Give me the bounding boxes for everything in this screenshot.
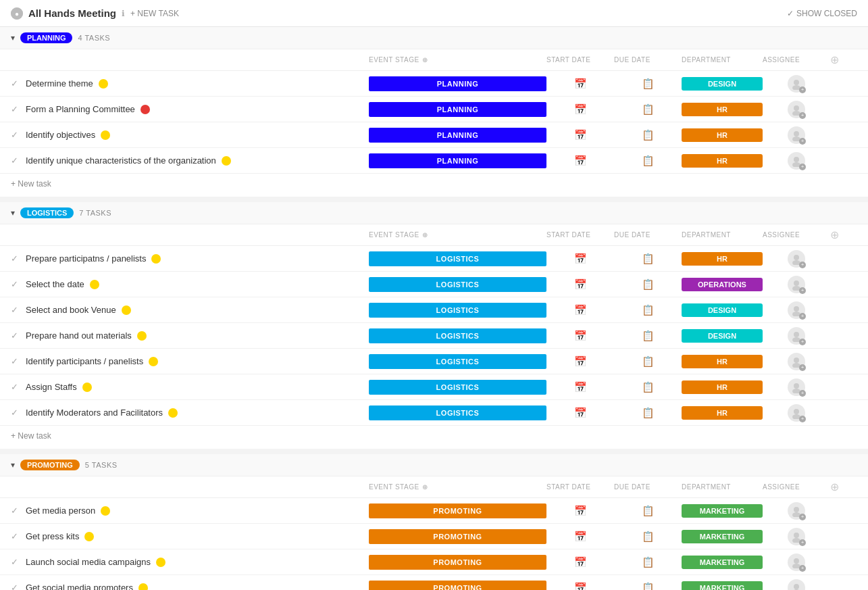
new-task-button[interactable]: + NEW TASK <box>130 9 179 18</box>
assignee-icon[interactable]: + <box>788 250 805 268</box>
add-assignee-icon[interactable]: + <box>799 287 806 294</box>
info-icon[interactable]: ℹ <box>122 9 125 18</box>
status-dot[interactable] <box>138 583 148 591</box>
start-date-icon[interactable]: 📅 <box>574 304 587 316</box>
new-task-row[interactable]: + New task <box>0 426 868 449</box>
due-date-icon[interactable]: 📋 <box>642 278 655 291</box>
stage-badge[interactable]: PLANNING <box>369 128 546 143</box>
start-date-icon[interactable]: 📅 <box>574 330 587 342</box>
assignee-icon[interactable]: + <box>788 301 805 319</box>
add-assignee-icon[interactable]: + <box>799 112 806 119</box>
check-icon[interactable]: ✓ <box>11 382 20 392</box>
stage-badge[interactable]: PLANNING <box>369 76 546 91</box>
stage-badge[interactable]: LOGISTICS <box>369 354 546 369</box>
start-date-icon[interactable]: 📅 <box>574 407 587 419</box>
assignee-icon[interactable]: + <box>788 101 805 118</box>
add-assignee-icon[interactable]: + <box>799 262 806 268</box>
dept-badge[interactable]: DESIGN <box>682 329 763 343</box>
dept-badge[interactable]: MARKETING <box>682 504 763 518</box>
check-icon[interactable]: ✓ <box>11 408 20 418</box>
check-icon[interactable]: ✓ <box>11 279 20 289</box>
section-toggle-logistics[interactable]: ▾ <box>11 208 15 218</box>
stage-badge[interactable]: PLANNING <box>369 153 546 168</box>
event-stage-sort-icon[interactable]: ⊕ <box>422 56 428 64</box>
stage-badge[interactable]: LOGISTICS <box>369 328 546 343</box>
start-date-icon[interactable]: 📅 <box>574 531 587 543</box>
stage-badge[interactable]: PROMOTING <box>369 503 546 518</box>
check-icon[interactable]: ✓ <box>11 531 20 541</box>
add-assignee-icon[interactable]: + <box>799 87 806 93</box>
stage-badge[interactable]: LOGISTICS <box>369 251 546 266</box>
check-icon[interactable]: ✓ <box>11 78 20 89</box>
check-icon[interactable]: ✓ <box>11 130 20 140</box>
add-assignee-icon[interactable]: + <box>799 364 806 371</box>
start-date-icon[interactable]: 📅 <box>574 582 587 591</box>
due-date-icon[interactable]: 📋 <box>642 253 655 265</box>
dept-badge[interactable]: HR <box>682 380 763 394</box>
stage-badge[interactable]: PROMOTING <box>369 555 546 570</box>
start-date-icon[interactable]: 📅 <box>574 556 587 568</box>
start-date-icon[interactable]: 📅 <box>574 253 587 265</box>
start-date-icon[interactable]: 📅 <box>574 381 587 393</box>
stage-badge[interactable]: PROMOTING <box>369 529 546 544</box>
status-dot[interactable] <box>168 408 178 418</box>
check-icon[interactable]: ✓ <box>11 104 20 114</box>
due-date-icon[interactable]: 📋 <box>642 407 655 419</box>
due-date-icon[interactable]: 📋 <box>642 330 655 342</box>
assignee-icon[interactable]: + <box>788 152 805 170</box>
check-icon[interactable]: ✓ <box>11 330 20 341</box>
dept-badge[interactable]: HR <box>682 103 763 116</box>
status-dot[interactable] <box>90 280 99 289</box>
add-assignee-icon[interactable]: + <box>799 539 806 546</box>
add-assignee-icon[interactable]: + <box>799 416 806 422</box>
start-date-icon[interactable]: 📅 <box>574 129 587 141</box>
status-dot[interactable] <box>149 357 158 366</box>
dept-badge[interactable]: MARKETING <box>682 556 763 569</box>
status-dot[interactable] <box>156 558 165 567</box>
section-toggle-promoting[interactable]: ▾ <box>11 460 15 470</box>
assignee-icon[interactable]: + <box>788 126 805 144</box>
due-date-icon[interactable]: 📋 <box>642 531 655 543</box>
add-assignee-icon[interactable]: + <box>799 565 806 572</box>
dept-badge[interactable]: MARKETING <box>682 530 763 543</box>
check-icon[interactable]: ✓ <box>11 155 20 166</box>
check-icon[interactable]: ✓ <box>11 305 20 315</box>
due-date-icon[interactable]: 📋 <box>642 556 655 568</box>
dept-badge[interactable]: HR <box>682 355 763 368</box>
add-assignee-icon[interactable]: + <box>799 514 806 520</box>
check-icon[interactable]: ✓ <box>11 506 20 516</box>
status-dot[interactable] <box>101 130 110 140</box>
assignee-icon[interactable]: + <box>788 554 805 571</box>
event-stage-sort-icon[interactable]: ⊕ <box>422 231 428 239</box>
check-icon[interactable]: ✓ <box>11 356 20 366</box>
stage-badge[interactable]: LOGISTICS <box>369 303 546 318</box>
add-assignee-icon[interactable]: + <box>799 390 806 397</box>
dept-badge[interactable]: DESIGN <box>682 303 763 317</box>
assignee-icon[interactable]: + <box>788 404 805 422</box>
due-date-icon[interactable]: 📋 <box>642 155 655 167</box>
assignee-icon[interactable]: + <box>788 528 805 545</box>
due-date-icon[interactable]: 📋 <box>642 505 655 517</box>
assignee-icon[interactable]: + <box>788 378 805 396</box>
start-date-icon[interactable]: 📅 <box>574 278 587 291</box>
status-dot[interactable] <box>137 331 147 341</box>
start-date-icon[interactable]: 📅 <box>574 155 587 167</box>
stage-badge[interactable]: LOGISTICS <box>369 380 546 395</box>
add-column-btn[interactable]: ⊕ <box>830 53 857 66</box>
stage-badge[interactable]: LOGISTICS <box>369 405 546 420</box>
check-icon[interactable]: ✓ <box>11 557 20 567</box>
show-closed-button[interactable]: ✓ SHOW CLOSED <box>787 9 857 18</box>
status-dot[interactable] <box>122 305 131 315</box>
status-dot[interactable] <box>151 254 161 264</box>
assignee-icon[interactable]: + <box>788 353 805 370</box>
new-task-row[interactable]: + New task <box>0 174 868 197</box>
dept-badge[interactable]: HR <box>682 154 763 168</box>
event-stage-sort-icon[interactable]: ⊕ <box>422 483 428 491</box>
status-dot[interactable] <box>99 79 108 89</box>
section-toggle-planning[interactable]: ▾ <box>11 33 15 43</box>
dept-badge[interactable]: OPERATIONS <box>682 278 763 291</box>
stage-badge[interactable]: PLANNING <box>369 102 546 117</box>
add-assignee-icon[interactable]: + <box>799 313 806 320</box>
stage-badge[interactable]: LOGISTICS <box>369 277 546 292</box>
start-date-icon[interactable]: 📅 <box>574 78 587 90</box>
